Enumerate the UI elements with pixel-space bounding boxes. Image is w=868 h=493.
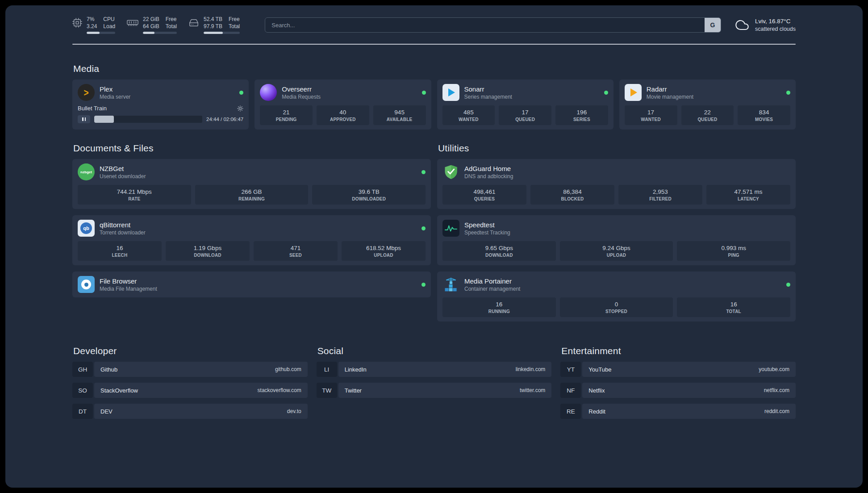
stat-value: 618.52 Mbps [343, 245, 424, 251]
stat-value: 485 [444, 109, 493, 116]
disk-progressbar [204, 32, 240, 34]
status-dot [786, 91, 790, 95]
status-dot [422, 91, 426, 95]
stat-box: 0.993 ms PING [677, 241, 790, 261]
stat-label: STOPPED [562, 309, 672, 314]
stat-box: 16 LEECH [78, 241, 162, 261]
plex-card[interactable]: > Plex Media server Bullet Train [72, 79, 249, 130]
stat-box: 196 SERIES [555, 105, 608, 125]
radarr-card[interactable]: Radarr Movie management 17 WANTED 22 QUE… [619, 79, 796, 130]
stat-value: 2,953 [620, 188, 701, 195]
bookmark-url: dev.to [287, 408, 301, 414]
section-title-documents: Documents & Files [73, 143, 431, 154]
app-subtitle: Media Requests [282, 94, 321, 100]
status-dot [239, 91, 243, 95]
speedtest-card[interactable]: Speedtest Speedtest Tracking 9.65 Gbps D… [437, 215, 796, 265]
stat-box: 0 STOPPED [560, 297, 673, 317]
bookmark-linkedin[interactable]: LI LinkedIn linkedin.com [317, 362, 552, 377]
cpu-progressbar [87, 32, 115, 34]
weather-condition: scattered clouds [755, 25, 796, 33]
bookmark-abbr: LI [317, 362, 337, 377]
filebrowser-card[interactable]: File Browser Media File Management [72, 272, 431, 297]
stat-value: 1.19 Gbps [167, 245, 248, 251]
app-name: Media Portainer [464, 277, 520, 285]
stat-value: 40 [318, 109, 367, 116]
cpu-usage-label: CPU [103, 16, 115, 23]
bookmark-twitter[interactable]: TW Twitter twitter.com [317, 383, 552, 398]
cpu-load-value: 3.24 [87, 23, 97, 30]
bookmark-name: LinkedIn [345, 366, 367, 373]
app-subtitle: Media File Management [100, 286, 157, 292]
stat-value: 9.24 Gbps [562, 245, 672, 251]
adguard-card[interactable]: AdGuard Home DNS and adblocking 498,461 … [437, 159, 796, 209]
stat-value: 21 [262, 109, 311, 116]
bookmark-abbr: TW [317, 383, 337, 398]
stat-box: 47.571 ms LATENCY [706, 185, 790, 205]
stat-value: 266 GB [197, 188, 307, 195]
bookmark-youtube[interactable]: YT YouTube youtube.com [560, 362, 796, 377]
section-title-utilities: Utilities [438, 143, 796, 154]
stat-value: 498,461 [444, 188, 525, 195]
app-name: Overseerr [282, 85, 321, 93]
speedtest-icon [442, 220, 459, 237]
bookmark-name: Netflix [588, 387, 605, 394]
app-name: AdGuard Home [464, 165, 513, 172]
stat-label: RATE [79, 196, 189, 201]
stat-box: 9.24 Gbps UPLOAD [560, 241, 673, 261]
section-title-developer: Developer [73, 346, 308, 356]
stat-box: 266 GB REMAINING [195, 185, 309, 205]
stat-value: 9.65 Gbps [444, 245, 554, 251]
stat-label: QUEUED [683, 117, 732, 122]
ram-progressbar [143, 32, 177, 34]
disk-total-label: Total [229, 23, 240, 30]
disk-icon [188, 18, 199, 28]
bookmark-abbr: DT [72, 404, 93, 419]
stat-box: 39.6 TB DOWNLOADED [312, 185, 426, 205]
playback-progressbar[interactable] [94, 116, 202, 123]
stat-box: 21 PENDING [260, 105, 313, 125]
disk-free-label: Free [229, 16, 240, 23]
pause-button[interactable] [78, 115, 90, 123]
cpu-usage-value: 7% [87, 16, 97, 23]
cloud-icon [734, 18, 750, 32]
bookmark-netflix[interactable]: NF Netflix netflix.com [560, 383, 796, 398]
bookmark-reddit[interactable]: RE Reddit reddit.com [560, 404, 796, 419]
stat-box: 86,384 BLOCKED [530, 185, 614, 205]
stat-box: 17 WANTED [625, 105, 677, 125]
plex-now-playing: Bullet Train [78, 105, 243, 123]
overseerr-card[interactable]: Overseerr Media Requests 21 PENDING 40 A… [255, 79, 431, 130]
ram-icon [127, 18, 138, 28]
app-name: Plex [100, 85, 130, 93]
nzbget-card[interactable]: nzbget NZBGet Usenet downloader 744.21 M… [72, 159, 431, 209]
sonarr-card[interactable]: Sonarr Series management 485 WANTED 17 Q… [437, 79, 613, 130]
bookmark-stackoverflow[interactable]: SO StackOverflow stackoverflow.com [72, 383, 308, 398]
stat-label: FILTERED [620, 196, 701, 201]
now-playing-title: Bullet Train [78, 105, 107, 112]
stat-box: 17 QUEUED [499, 105, 551, 125]
status-dot [421, 283, 426, 287]
stat-box: 1.19 Gbps DOWNLOAD [166, 241, 250, 261]
stat-value: 471 [255, 245, 336, 251]
bookmark-dev[interactable]: DT DEV dev.to [72, 404, 308, 419]
portainer-card[interactable]: Media Portainer Container management 16 … [437, 272, 796, 322]
search-input[interactable] [265, 22, 705, 29]
bookmark-url: youtube.com [759, 366, 789, 372]
cpu-widget: 7% 3.24 CPU Load [72, 16, 115, 34]
app-subtitle: Container management [464, 286, 520, 292]
cpu-load-label: Load [103, 23, 115, 30]
stat-label: UPLOAD [562, 253, 672, 258]
qbittorrent-icon: qb [78, 220, 95, 237]
gear-icon[interactable] [237, 105, 243, 112]
ram-free-label: Free [166, 16, 177, 23]
qbittorrent-card[interactable]: qb qBittorrent Torrent downloader 16 LEE… [72, 215, 431, 265]
disk-widget: 52.4 TB 97.9 TB Free Total [188, 16, 240, 34]
stat-label: PING [679, 253, 789, 258]
bookmark-github[interactable]: GH Github github.com [72, 362, 308, 377]
stat-label: WANTED [444, 117, 493, 122]
stat-label: WANTED [626, 117, 676, 122]
app-subtitle: Movie management [647, 94, 693, 100]
search-engine-button[interactable]: G [705, 18, 721, 32]
stat-value: 744.21 Mbps [79, 188, 189, 195]
stat-label: LATENCY [708, 196, 789, 201]
cpu-icon [72, 18, 82, 28]
